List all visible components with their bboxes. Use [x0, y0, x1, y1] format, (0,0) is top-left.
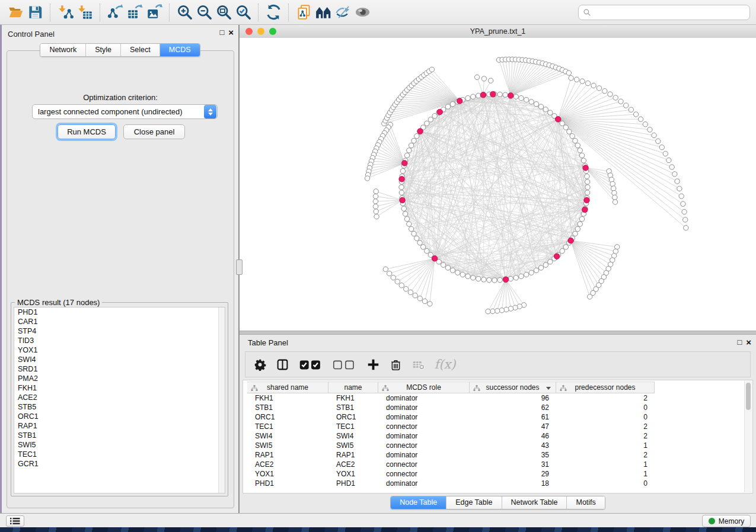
network-nodes[interactable] [365, 57, 688, 314]
table-cell: 2 [556, 431, 655, 441]
close-panel-button[interactable]: Close panel [123, 124, 185, 139]
table-row[interactable]: RAP1RAP1dominator352 [247, 450, 744, 460]
zoom-fit-button[interactable] [214, 2, 234, 23]
mcds-result-item[interactable]: CAR1 [14, 317, 225, 326]
table-row[interactable]: ACE2ACE2connector311 [247, 460, 744, 469]
run-mcds-button[interactable]: Run MCDS [58, 124, 116, 139]
mcds-result-item[interactable]: YOX1 [14, 345, 225, 355]
table-row[interactable]: SWI4SWI4dominator462 [247, 431, 744, 441]
float-panel-icon[interactable]: □ [219, 28, 224, 37]
mcds-result-item[interactable]: FKH1 [14, 383, 225, 393]
column-layout-button[interactable] [276, 355, 289, 373]
clear-all-checks-button[interactable] [333, 355, 356, 373]
search-icon [583, 8, 591, 17]
table-cell: dominator [378, 450, 470, 460]
delete-row-button[interactable] [390, 355, 402, 373]
zoom-in-button[interactable] [175, 2, 194, 23]
save-session-icon [27, 4, 43, 20]
column-header-shared-name[interactable]: shared name [247, 382, 328, 393]
column-header-MCDS-role[interactable]: MCDS role [378, 382, 470, 393]
zoom-out-button[interactable] [194, 2, 214, 23]
tab-network[interactable]: Network [40, 44, 86, 56]
delete-table-button[interactable] [412, 355, 425, 373]
function-builder-button[interactable]: f(x) [435, 355, 456, 373]
table-scrollbar-thumb[interactable] [746, 383, 751, 410]
search-overview-button[interactable] [314, 2, 333, 23]
table-row[interactable]: SWI5SWI5connector431 [247, 441, 744, 450]
mcds-result-item[interactable]: STB1 [14, 431, 225, 440]
table-cell: 1 [556, 441, 655, 450]
table-cell: 31 [470, 460, 556, 469]
tab-edge-table[interactable]: Edge Table [446, 496, 502, 509]
mcds-result-item[interactable]: SWI5 [14, 440, 225, 450]
mcds-result-item[interactable]: RAP1 [14, 421, 225, 431]
column-header-name[interactable]: name [328, 382, 378, 393]
mcds-result-item[interactable]: GCR1 [14, 459, 225, 469]
select-all-checks-button[interactable] [299, 355, 323, 373]
export-image-button[interactable] [145, 2, 164, 23]
mcds-result-item[interactable]: ORC1 [14, 412, 225, 421]
table-scrollbar[interactable] [744, 381, 752, 492]
mcds-result-item[interactable]: SWI4 [14, 355, 225, 364]
tab-network-table[interactable]: Network Table [502, 496, 567, 509]
task-history-button[interactable] [6, 515, 24, 527]
duplicate-network-button[interactable] [294, 2, 314, 23]
close-panel-icon[interactable]: × [228, 28, 234, 37]
mcds-result-item[interactable]: STP4 [14, 326, 225, 336]
export-network-button[interactable] [106, 2, 125, 23]
refresh-view-button[interactable] [264, 2, 283, 23]
table-cell: dominator [378, 403, 470, 412]
memory-button[interactable]: Memory [702, 515, 751, 527]
tab-mcds[interactable]: MCDS [160, 44, 200, 56]
save-session-button[interactable] [25, 2, 45, 23]
table-row[interactable]: STB1STB1dominator620 [247, 403, 744, 412]
mcds-result-item[interactable]: PHD1 [14, 307, 225, 317]
mcds-result-item[interactable]: TID3 [14, 336, 225, 345]
mcds-result-item[interactable]: PMA2 [14, 374, 225, 383]
network-graph[interactable] [240, 38, 756, 331]
table-cell: 61 [470, 412, 556, 422]
table-cell: YOX1 [328, 469, 378, 479]
mcds-result-item[interactable]: STB5 [14, 402, 225, 412]
table-cell: dominator [378, 431, 470, 441]
control-tabs-segment: NetworkStyleSelectMCDS [40, 43, 200, 57]
import-table-button[interactable] [75, 2, 95, 23]
mcds-result-item[interactable]: TEC1 [14, 450, 225, 459]
import-network-button[interactable] [56, 2, 75, 23]
export-table-button[interactable] [125, 2, 145, 23]
tab-node-table[interactable]: Node Table [391, 496, 446, 509]
mcds-result-item[interactable]: SRD1 [14, 364, 225, 374]
horizontal-splitter[interactable] [240, 331, 756, 335]
tab-style[interactable]: Style [86, 44, 121, 56]
table-row[interactable]: TEC1TEC1connector472 [247, 422, 744, 431]
show-graphics-details-button[interactable] [353, 2, 372, 23]
tab-select[interactable]: Select [121, 44, 160, 56]
criterion-dropdown[interactable]: largest connected component (undirected) [32, 104, 218, 119]
mcds-list-scrollbar[interactable] [218, 307, 225, 493]
column-header-successor-nodes[interactable]: successor nodes [470, 382, 556, 393]
search-input[interactable] [595, 8, 745, 17]
sort-desc-icon[interactable] [546, 387, 551, 390]
open-file-button[interactable] [6, 2, 25, 23]
mcds-result-items: PHD1CAR1STP4TID3YOX1SWI4SRD1PMA2FKH1ACE2… [14, 307, 225, 469]
network-window-titlebar[interactable]: YPA_prune.txt_1 [240, 25, 756, 39]
zoom-selected-button[interactable] [234, 2, 253, 23]
table-cell: 18 [470, 479, 556, 488]
table-row[interactable]: FKH1FKH1dominator962 [247, 393, 744, 403]
network-canvas[interactable] [240, 38, 756, 331]
column-header-predecessor-nodes[interactable]: predecessor nodes [556, 382, 655, 393]
add-row-button[interactable] [367, 355, 379, 373]
table-row[interactable]: YOX1YOX1connector291 [247, 469, 744, 479]
tab-motifs[interactable]: Motifs [567, 496, 604, 509]
search-box[interactable] [578, 5, 750, 20]
table-row[interactable]: PHD1PHD1dominator180 [247, 479, 744, 488]
table-cell: connector [378, 469, 470, 479]
column-settings-button[interactable] [254, 355, 266, 373]
float-table-panel-icon[interactable]: □ [737, 338, 742, 347]
splitter-handle[interactable] [236, 259, 243, 275]
mcds-result-item[interactable]: ACE2 [14, 393, 225, 402]
close-table-panel-icon[interactable]: × [746, 338, 751, 347]
hide-graphics-details-button[interactable] [333, 2, 353, 23]
table-row[interactable]: ORC1ORC1dominator610 [247, 412, 744, 422]
mcds-result-list[interactable]: PHD1CAR1STP4TID3YOX1SWI4SRD1PMA2FKH1ACE2… [14, 307, 225, 493]
